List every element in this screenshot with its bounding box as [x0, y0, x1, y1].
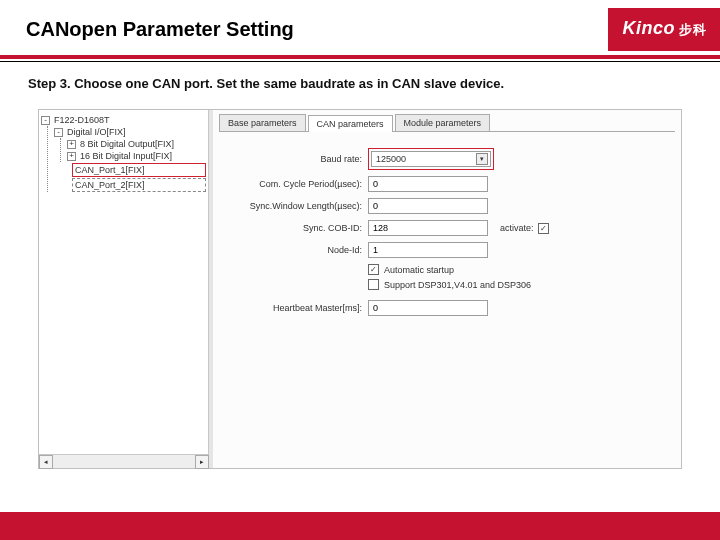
tab-can[interactable]: CAN parameters: [308, 115, 393, 132]
expand-icon[interactable]: +: [67, 152, 76, 161]
baud-label: Baud rate:: [227, 154, 362, 164]
sync-cob-label: Sync. COB-ID:: [227, 223, 362, 233]
sync-window-label: Sync.Window Length(µsec):: [227, 201, 362, 211]
baud-highlight: 125000 ▾: [368, 148, 494, 170]
sync-cob-input[interactable]: [368, 220, 488, 236]
heartbeat-input[interactable]: [368, 300, 488, 316]
scroll-right-icon[interactable]: ▸: [195, 455, 209, 469]
footer-bar: [0, 512, 720, 540]
node-id-input[interactable]: [368, 242, 488, 258]
tree-item-can1[interactable]: CAN_Port_1[FIX]: [72, 163, 206, 177]
dsp-support-checkbox[interactable]: [368, 279, 379, 290]
parameter-panel: Base parameters CAN parameters Module pa…: [213, 110, 681, 468]
tree-item[interactable]: Digital I/O[FIX]: [67, 127, 126, 137]
config-window: - F122-D1608T - Digital I/O[FIX] + 8 Bit…: [38, 109, 682, 469]
divider-red: [0, 55, 720, 59]
heartbeat-label: Heartbeat Master[ms]:: [227, 303, 362, 313]
brand-logo: Kinco步科: [608, 8, 720, 51]
activate-checkbox[interactable]: ✓: [538, 223, 549, 234]
expand-icon[interactable]: +: [67, 140, 76, 149]
scroll-left-icon[interactable]: ◂: [39, 455, 53, 469]
baud-select[interactable]: 125000 ▾: [371, 151, 491, 167]
node-id-label: Node-Id:: [227, 245, 362, 255]
auto-startup-label: Automatic startup: [384, 265, 454, 275]
dsp-support-label: Support DSP301,V4.01 and DSP306: [384, 280, 531, 290]
chevron-down-icon[interactable]: ▾: [476, 153, 488, 165]
expand-icon[interactable]: -: [54, 128, 63, 137]
tab-base[interactable]: Base parameters: [219, 114, 306, 131]
activate-label: activate:: [500, 223, 534, 233]
auto-startup-checkbox[interactable]: ✓: [368, 264, 379, 275]
horizontal-scrollbar[interactable]: ◂ ▸: [39, 454, 209, 468]
expand-icon[interactable]: -: [41, 116, 50, 125]
tab-module[interactable]: Module parameters: [395, 114, 491, 131]
instruction-text: Step 3. Choose one CAN port. Set the sam…: [0, 62, 720, 101]
device-tree: - F122-D1608T - Digital I/O[FIX] + 8 Bit…: [39, 110, 209, 468]
tree-item-can2[interactable]: CAN_Port_2[FIX]: [72, 178, 206, 192]
page-title: CANopen Parameter Setting: [26, 18, 608, 41]
com-cycle-label: Com. Cycle Period(µsec):: [227, 179, 362, 189]
tree-root[interactable]: F122-D1608T: [54, 115, 110, 125]
tree-item[interactable]: 16 Bit Digital Input[FIX]: [80, 151, 172, 161]
tab-bar: Base parameters CAN parameters Module pa…: [219, 114, 675, 132]
sync-window-input[interactable]: [368, 198, 488, 214]
com-cycle-input[interactable]: [368, 176, 488, 192]
tree-item[interactable]: 8 Bit Digital Output[FIX]: [80, 139, 174, 149]
